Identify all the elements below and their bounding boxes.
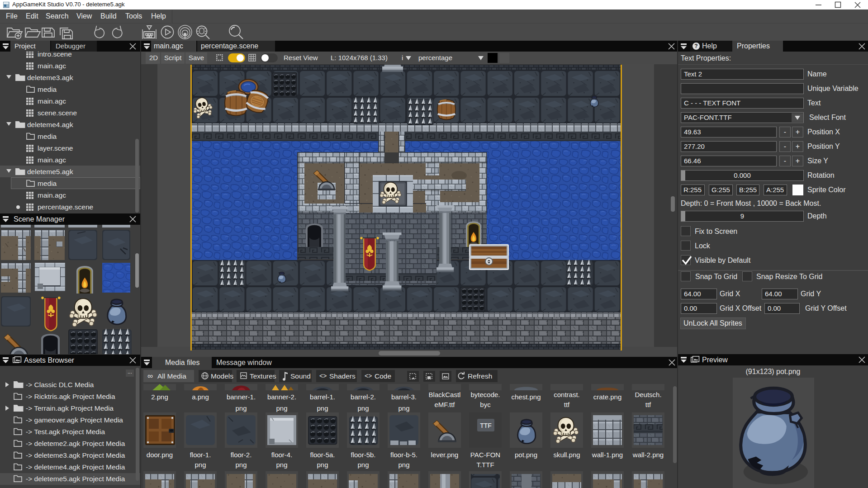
svg-text:floor-5b.: floor-5b. [351, 451, 375, 459]
svg-text:barrel-3.: barrel-3. [391, 393, 417, 401]
svg-text:-> Ricktris.agk Project Media: -> Ricktris.agk Project Media [26, 393, 115, 400]
svg-text:floor-4.: floor-4. [271, 451, 293, 459]
svg-text:intro.scene: intro.scene [38, 52, 72, 58]
svg-text:media: media [38, 85, 57, 93]
svg-text:png: png [235, 461, 247, 469]
svg-text:-> deleteme4.agk Project Media: -> deleteme4.agk Project Media [26, 463, 125, 471]
svg-text:floor-5a.: floor-5a. [310, 451, 335, 459]
svg-text:a.png: a.png [192, 393, 209, 401]
svg-text:wall-2.png: wall-2.png [632, 451, 664, 459]
svg-text:chest.png: chest.png [511, 393, 541, 401]
svg-text:byc: byc [480, 401, 491, 408]
svg-text:-> deleteme2.agk Project Media: -> deleteme2.agk Project Media [26, 440, 125, 447]
svg-text:png: png [317, 461, 328, 469]
svg-text:main.agc: main.agc [38, 62, 66, 70]
svg-text:media: media [38, 180, 57, 187]
svg-text:Refresh: Refresh [468, 372, 492, 380]
svg-text:wall-1.png: wall-1.png [592, 451, 623, 459]
svg-text:PAC-FON: PAC-FON [470, 451, 500, 459]
svg-text:main.agc: main.agc [38, 97, 66, 105]
svg-text:<>: <> [365, 372, 372, 379]
svg-text:All Media: All Media [157, 372, 186, 380]
svg-text:ttf: ttf [564, 401, 570, 408]
svg-text:png: png [317, 404, 328, 412]
svg-text:Deutsch.: Deutsch. [635, 391, 661, 398]
svg-text:TTF: TTF [480, 422, 492, 429]
svg-text:ttf: ttf [645, 401, 651, 408]
svg-text:Sound: Sound [290, 372, 311, 380]
svg-text:png: png [235, 404, 247, 412]
svg-text:?: ? [694, 43, 697, 49]
svg-text:-> Test.agk Project Media: -> Test.agk Project Media [26, 428, 105, 436]
svg-text:pot.png: pot.png [515, 451, 537, 459]
svg-text:layer.scene: layer.scene [38, 144, 73, 152]
svg-text:-> Classic DLC Media: -> Classic DLC Media [26, 381, 94, 389]
svg-text:deleteme5.agk: deleteme5.agk [27, 168, 73, 175]
svg-text:-> deleteme5.agk Project Media: -> deleteme5.agk Project Media [26, 475, 125, 483]
svg-text:png: png [194, 461, 206, 469]
svg-text:contrast.: contrast. [554, 391, 580, 398]
svg-text:eMF.ttf: eMF.ttf [434, 401, 455, 408]
svg-text:png: png [276, 461, 287, 469]
svg-text:skull.png: skull.png [553, 451, 580, 459]
svg-text:png: png [276, 404, 287, 412]
svg-text:crate.png: crate.png [593, 393, 622, 401]
svg-text:banner-1.: banner-1. [227, 393, 256, 401]
svg-text:barrel-1.: barrel-1. [310, 393, 335, 401]
svg-text:BlackCastl: BlackCastl [429, 391, 461, 398]
svg-text:Textures: Textures [250, 372, 276, 380]
svg-text:png: png [398, 404, 409, 412]
svg-text:main.agc: main.agc [38, 156, 66, 164]
svg-text:<>: <> [319, 372, 327, 379]
svg-text:scene.scene: scene.scene [38, 109, 77, 117]
svg-text:floor-b-5.: floor-b-5. [390, 451, 417, 459]
svg-text:-> deleteme3.agk Project Media: -> deleteme3.agk Project Media [26, 451, 125, 459]
svg-text:percentage.scene: percentage.scene [38, 203, 93, 211]
svg-text:-> gameover.agk Project Media: -> gameover.agk Project Media [26, 416, 123, 424]
svg-text:T.TTF: T.TTF [476, 461, 494, 469]
svg-text:door.png: door.png [147, 451, 173, 459]
svg-text:png: png [398, 461, 409, 469]
svg-text:lever.png: lever.png [431, 451, 459, 459]
svg-text:Models: Models [211, 372, 233, 380]
svg-text:Shaders: Shaders [329, 372, 356, 380]
svg-text:png: png [357, 404, 369, 412]
svg-text:barrel-2.: barrel-2. [351, 393, 376, 401]
svg-text:deleteme4.agk: deleteme4.agk [27, 121, 73, 128]
svg-text:∞: ∞ [147, 372, 153, 380]
svg-text:floor-2.: floor-2. [231, 451, 252, 459]
svg-text:-> Terrain.agk Project Media: -> Terrain.agk Project Media [26, 404, 114, 412]
svg-text:png: png [357, 461, 369, 469]
svg-text:banner-2.: banner-2. [267, 393, 296, 401]
svg-text:deleteme3.agk: deleteme3.agk [27, 74, 73, 81]
svg-text:floor-1.: floor-1. [190, 451, 211, 459]
svg-text:Code: Code [375, 372, 391, 380]
svg-text:bytecode.: bytecode. [470, 391, 500, 398]
svg-text:main.agc: main.agc [38, 191, 66, 199]
svg-text:2.png: 2.png [151, 393, 168, 401]
svg-text:media: media [38, 133, 57, 140]
